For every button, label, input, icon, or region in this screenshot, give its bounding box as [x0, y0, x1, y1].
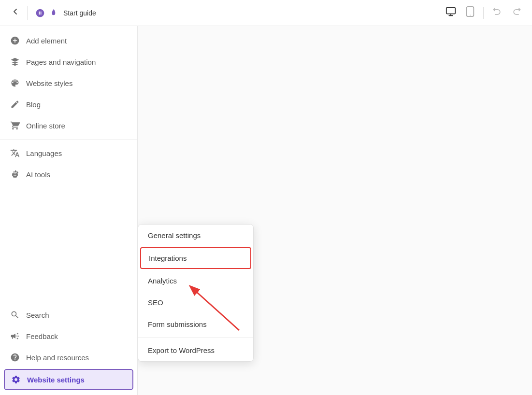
help-icon [10, 353, 20, 362]
sidebar-item-languages[interactable]: Languages [0, 142, 137, 164]
topbar-left: Start guide [8, 6, 100, 20]
sidebar-item-online-store-label: Online store [26, 122, 65, 130]
dropdown-divider [138, 337, 253, 338]
topbar-divider [27, 6, 28, 20]
sidebar-item-website-styles[interactable]: Website styles [0, 72, 137, 94]
sidebar-item-blog[interactable]: Blog [0, 94, 137, 115]
sidebar-item-add-element-label: Add element [26, 37, 67, 45]
svg-rect-0 [446, 8, 455, 14]
palette-icon [10, 78, 20, 88]
sidebar-item-blog-label: Blog [26, 100, 41, 109]
sidebar-item-languages-label: Languages [26, 149, 62, 157]
dropdown-item-export-wordpress[interactable]: Export to WordPress [138, 339, 253, 361]
plus-circle-icon [10, 36, 20, 45]
redo-button[interactable] [509, 5, 524, 21]
sidebar-divider-1 [0, 139, 137, 140]
content-area: General settings Integrations Analytics … [138, 26, 532, 395]
gear-icon [11, 375, 21, 384]
start-guide-button[interactable]: Start guide [31, 6, 100, 20]
sidebar-item-online-store[interactable]: Online store [0, 115, 137, 136]
sidebar-item-website-settings-label: Website settings [27, 376, 85, 384]
mobile-view-button[interactable] [463, 4, 477, 21]
start-guide-label: Start guide [63, 9, 96, 17]
search-icon [10, 310, 20, 320]
edit-icon [10, 99, 20, 109]
back-button[interactable] [8, 6, 23, 20]
dropdown-item-integrations[interactable]: Integrations [140, 247, 251, 269]
robot-icon [10, 169, 20, 179]
cart-icon [10, 121, 20, 130]
layers-icon [10, 57, 20, 67]
sidebar-item-help-resources-label: Help and resources [26, 353, 89, 362]
sidebar: Add element Pages and navigation Website… [0, 26, 138, 395]
sidebar-item-search-label: Search [26, 311, 49, 319]
translate-icon [10, 148, 20, 158]
main-layout: Add element Pages and navigation Website… [0, 26, 532, 395]
topbar-right [443, 4, 524, 21]
sidebar-item-feedback-label: Feedback [26, 332, 58, 340]
dropdown-item-form-submissions[interactable]: Form submissions [138, 313, 253, 335]
sidebar-item-pages-navigation[interactable]: Pages and navigation [0, 51, 137, 72]
sidebar-item-feedback[interactable]: Feedback [0, 325, 137, 347]
svg-point-2 [470, 14, 471, 15]
undo-button[interactable] [489, 5, 505, 21]
topbar-separator [483, 7, 484, 19]
sidebar-item-ai-tools-label: AI tools [26, 170, 50, 179]
dropdown-menu: General settings Integrations Analytics … [138, 224, 254, 362]
megaphone-icon [10, 331, 20, 341]
sidebar-spacer [0, 185, 137, 304]
topbar: Start guide [0, 0, 532, 26]
sidebar-item-help-resources[interactable]: Help and resources [0, 347, 137, 368]
dropdown-item-general-settings[interactable]: General settings [138, 225, 253, 246]
sidebar-item-pages-navigation-label: Pages and navigation [26, 58, 96, 66]
sidebar-item-ai-tools[interactable]: AI tools [0, 164, 137, 185]
dropdown-item-analytics[interactable]: Analytics [138, 270, 253, 292]
sidebar-item-add-element[interactable]: Add element [0, 30, 137, 51]
dropdown-item-seo[interactable]: SEO [138, 292, 253, 313]
sidebar-item-website-settings[interactable]: Website settings [4, 369, 133, 390]
sidebar-item-website-styles-label: Website styles [26, 79, 72, 87]
sidebar-item-search[interactable]: Search [0, 304, 137, 325]
desktop-view-button[interactable] [443, 4, 459, 21]
